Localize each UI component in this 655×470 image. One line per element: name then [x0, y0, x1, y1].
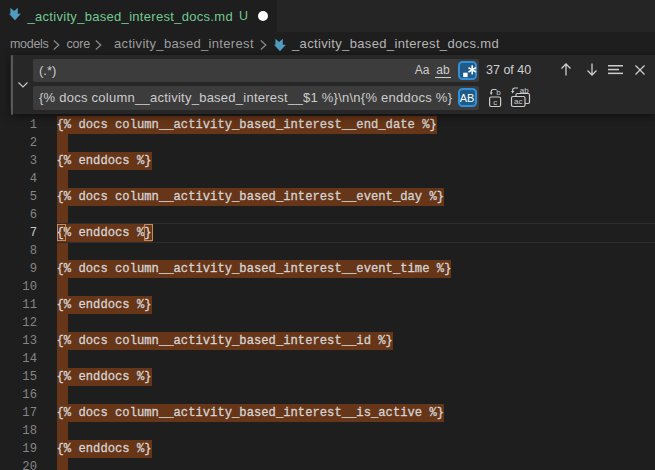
svg-text:b: b — [496, 88, 501, 97]
svg-text:ac: ac — [514, 97, 522, 106]
svg-text:ab: ab — [520, 86, 529, 95]
svg-text:c: c — [493, 98, 497, 107]
